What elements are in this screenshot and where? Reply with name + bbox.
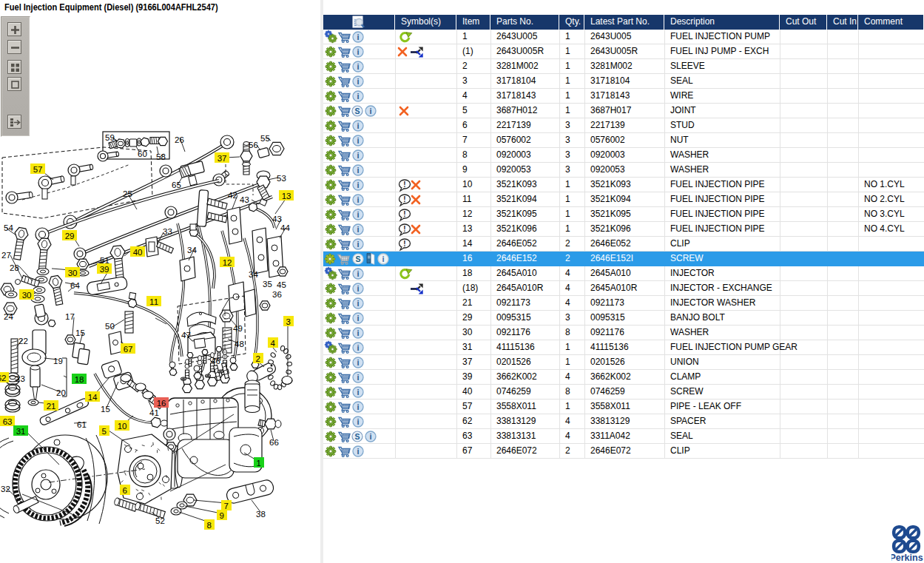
svg-text:24: 24 [4,312,13,321]
svg-text:14: 14 [88,393,98,402]
svg-text:1: 1 [257,459,261,468]
svg-text:i: i [357,447,359,456]
svg-text:S: S [355,254,360,263]
svg-text:20: 20 [56,388,66,397]
svg-text:62: 62 [0,374,6,382]
svg-text:27: 27 [1,251,11,260]
svg-text:31: 31 [16,427,26,436]
svg-text:29: 29 [65,232,75,240]
svg-text:54: 54 [4,223,13,232]
svg-text:i: i [369,432,371,441]
svg-text:i: i [357,151,359,160]
svg-text:i: i [382,254,384,263]
svg-text:23: 23 [16,374,25,383]
svg-text:21: 21 [47,402,56,411]
svg-text:15: 15 [101,405,110,414]
svg-text:i: i [357,121,359,130]
svg-text:57: 57 [33,165,43,174]
svg-text:i: i [357,358,359,367]
svg-text:i: i [357,343,359,352]
svg-text:41: 41 [149,408,159,417]
svg-text:55: 55 [260,134,270,143]
svg-text:i: i [357,195,359,204]
svg-text:i: i [357,417,359,426]
svg-text:12: 12 [223,258,232,267]
svg-text:18: 18 [75,375,84,384]
svg-text:15: 15 [75,328,85,337]
svg-text:48: 48 [235,340,244,348]
svg-text:i: i [357,402,359,411]
svg-text:32: 32 [1,485,10,493]
svg-text:8: 8 [207,521,212,530]
svg-text:!: ! [403,195,405,203]
svg-text:i: i [357,77,359,86]
svg-text:67: 67 [124,345,133,354]
svg-text:44: 44 [280,223,290,232]
svg-text:i: i [357,240,359,249]
svg-text:28: 28 [10,263,19,272]
svg-text:i: i [357,47,359,56]
svg-text:S: S [354,107,360,115]
svg-text:39: 39 [100,265,109,274]
svg-text:46: 46 [211,357,220,365]
svg-text:40: 40 [133,248,143,257]
svg-text:i: i [357,373,359,382]
svg-text:33: 33 [163,227,172,236]
svg-text:6: 6 [123,486,127,495]
svg-text:58: 58 [156,152,166,161]
svg-text:30: 30 [68,269,78,277]
svg-text:42: 42 [228,191,237,200]
svg-text:34: 34 [249,270,258,279]
svg-text:i: i [357,33,359,41]
svg-text:i: i [357,210,359,219]
svg-text:i: i [357,62,359,71]
svg-text:i: i [357,269,359,278]
svg-text:63: 63 [3,417,13,426]
svg-text:i: i [357,314,359,323]
svg-text:64: 64 [70,281,80,290]
svg-text:10: 10 [118,422,127,431]
svg-text:Perkins: Perkins [891,553,923,563]
svg-text:37: 37 [217,154,227,163]
svg-text:50: 50 [105,322,115,331]
svg-text:!: ! [403,181,405,189]
svg-text:35: 35 [263,280,272,289]
svg-text:!: ! [403,240,405,248]
svg-text:i: i [357,388,359,397]
svg-text:49: 49 [233,324,243,333]
svg-text:11: 11 [149,297,158,306]
svg-text:43: 43 [240,195,249,204]
svg-text:i: i [357,166,359,175]
svg-text:43: 43 [272,215,282,223]
svg-text:i: i [357,284,359,293]
svg-text:19: 19 [53,357,63,365]
svg-text:34: 34 [187,246,197,254]
svg-text:60: 60 [138,149,147,158]
svg-text:i: i [357,136,359,145]
svg-text:38: 38 [256,510,266,519]
svg-text:i: i [357,181,359,189]
svg-text:5: 5 [102,427,107,436]
svg-text:22: 22 [18,337,28,345]
svg-text:17: 17 [65,312,75,321]
svg-text:!: ! [403,210,405,218]
svg-text:i: i [369,107,371,115]
svg-text:i: i [357,299,359,308]
svg-text:30: 30 [22,291,32,300]
svg-text:i: i [357,328,359,337]
svg-text:66: 66 [269,438,279,447]
svg-text:i: i [357,225,359,234]
svg-text:25: 25 [123,189,132,198]
svg-text:36: 36 [272,290,282,299]
svg-text:52: 52 [155,516,165,525]
svg-text:i: i [357,92,359,101]
svg-text:61: 61 [77,420,87,429]
svg-text:59: 59 [105,133,115,142]
svg-text:2: 2 [256,354,260,363]
svg-text:26: 26 [175,135,184,144]
svg-text:65: 65 [172,181,181,189]
svg-text:7: 7 [224,502,229,510]
svg-text:13: 13 [282,192,291,200]
svg-text:!: ! [403,225,405,233]
svg-text:3: 3 [286,317,291,326]
